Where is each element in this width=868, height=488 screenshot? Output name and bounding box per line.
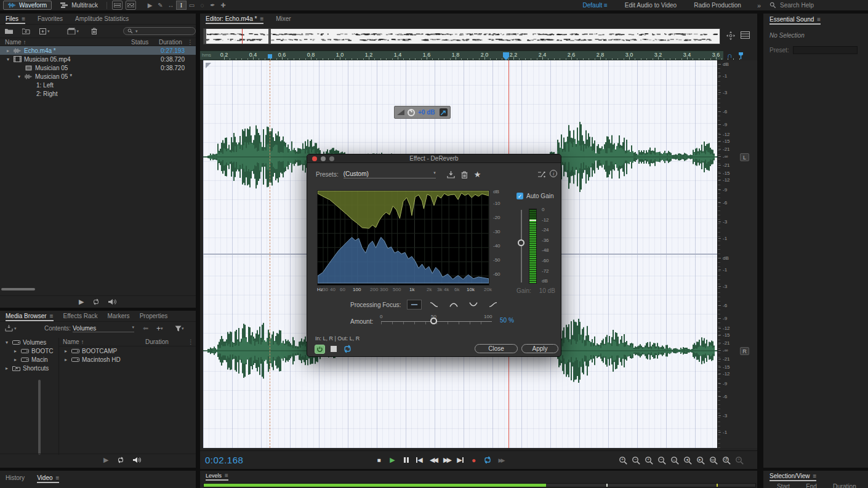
paintbrush-tool-icon[interactable]: ✒	[207, 1, 218, 10]
expand-chevron-icon[interactable]: ▸	[62, 348, 70, 354]
tab-editor[interactable]: Editor: Echo.m4a *≡	[206, 15, 263, 22]
media-filter-icon[interactable]: ▾	[175, 326, 184, 332]
marquee-selection-tool-icon[interactable]: ▭	[187, 1, 197, 10]
files-hscrollbar[interactable]	[1, 288, 35, 290]
amount-slider-knob[interactable]	[430, 318, 437, 324]
media-list-row[interactable]: ▸Macintosh HD	[59, 355, 196, 364]
save-preset-icon[interactable]	[447, 171, 455, 178]
go-to-end-button[interactable]: ▶	[454, 455, 467, 465]
dereverb-dialog[interactable]: Effect - DeReverb Presets: (Custom)▾ ★ i…	[307, 154, 561, 357]
loop-playback-button[interactable]	[481, 455, 494, 465]
overview-navigate-icon[interactable]	[726, 31, 735, 40]
file-row[interactable]: ▾Musician 05 *	[0, 72, 196, 81]
multitrack-mode-button[interactable]: Multitrack	[57, 1, 102, 10]
expand-chevron-icon[interactable]: ▸	[2, 366, 11, 371]
effect-power-button[interactable]	[315, 345, 325, 354]
auto-gain-checkbox[interactable]: ✓	[516, 193, 523, 199]
workspace-menu-icon[interactable]: ≡	[604, 2, 608, 9]
dereverb-graph[interactable]	[317, 190, 489, 286]
zoom-in-button[interactable]: +	[619, 456, 628, 465]
expand-chevron-icon[interactable]: ▾	[4, 57, 12, 62]
zoom-window-traffic-light[interactable]	[329, 156, 334, 161]
apply-button[interactable]: Apply	[521, 344, 558, 353]
files-preview-loop-icon[interactable]	[92, 298, 100, 305]
skip-selection-button[interactable]: ▶▶	[494, 455, 507, 465]
overview-view-start-handle[interactable]	[204, 29, 206, 44]
focus-low-frequencies-button[interactable]	[427, 300, 441, 310]
tab-properties[interactable]: Properties	[140, 313, 168, 319]
close-window-traffic-light[interactable]	[312, 156, 317, 161]
media-tree-item[interactable]: ▸Macin	[0, 355, 55, 364]
preview-loop-button[interactable]	[343, 345, 352, 353]
preset-field[interactable]	[793, 46, 858, 54]
focus-mid-frequencies-button[interactable]	[446, 300, 461, 310]
workspace-default-button[interactable]: Default ≡	[583, 2, 608, 9]
workspace-overflow-chevron[interactable]: »	[757, 2, 761, 9]
stop-button[interactable]: ■	[372, 455, 385, 465]
workspace-item-radio-production[interactable]: Radio Production	[694, 2, 741, 9]
open-file-icon[interactable]	[5, 28, 14, 34]
fast-forward-button[interactable]: ▶▶	[440, 455, 453, 465]
expand-chevron-icon[interactable]: ▾	[2, 340, 11, 345]
tab-mixer[interactable]: Mixer	[276, 15, 291, 22]
search-help-box[interactable]: Search Help	[770, 2, 868, 9]
file-row[interactable]: Musician 050:38.720	[0, 63, 196, 72]
overview-panel-icon[interactable]	[741, 31, 750, 39]
media-tree-item[interactable]: ▸Shortcuts	[0, 364, 55, 372]
column-status[interactable]: Status	[131, 39, 148, 46]
focus-high-frequencies-button[interactable]	[486, 300, 500, 310]
media-browser-menu-icon[interactable]: ≡	[50, 313, 54, 319]
record-button[interactable]: ●	[467, 455, 480, 465]
expand-chevron-icon[interactable]: ▸	[11, 357, 20, 362]
tab-essential-sound[interactable]: Essential Sound≡	[770, 16, 821, 23]
media-preview-loop-icon[interactable]	[117, 457, 124, 463]
video-panel-menu-icon[interactable]: ≡	[56, 474, 60, 481]
ruler-marker-pin-icon[interactable]	[736, 51, 745, 60]
hud-gain-value[interactable]: +0 dB	[418, 109, 435, 116]
spot-healing-tool-icon[interactable]: ✚	[218, 1, 228, 10]
razor-tool-icon[interactable]: ✎	[155, 1, 166, 10]
tab-markers[interactable]: Markers	[108, 313, 130, 319]
overview-view-end-handle[interactable]	[268, 29, 271, 44]
tab-effects-rack[interactable]: Effects Rack	[63, 313, 98, 319]
tab-media-browser[interactable]: Media Browser≡	[6, 313, 54, 319]
minimize-window-traffic-light[interactable]	[321, 156, 326, 161]
zoom-in-left-edge-button[interactable]: ◂	[683, 456, 693, 465]
side-chain-icon[interactable]	[537, 171, 545, 178]
move-tool-icon[interactable]: ▶︎	[145, 1, 155, 10]
media-preview-play-icon[interactable]: ▶	[103, 456, 108, 464]
tab-selection-view[interactable]: Selection/View≡	[770, 473, 816, 479]
tab-amplitude-statistics[interactable]: Amplitude Statistics	[75, 15, 129, 22]
editor-panel-menu-icon[interactable]: ≡	[260, 15, 263, 22]
ruler-loop-playback-icon[interactable]: ∩	[725, 51, 734, 60]
channel-badge[interactable]: R	[740, 347, 749, 355]
channel-badge[interactable]: L	[740, 153, 749, 161]
files-search-field[interactable]: ▾	[123, 27, 196, 35]
expand-chevron-icon[interactable]: ▾	[15, 74, 23, 79]
import-files-icon[interactable]	[22, 28, 31, 34]
new-item-icon[interactable]: ▾	[39, 28, 50, 34]
zoom-reset-button[interactable]: ↺	[722, 456, 731, 465]
zoom-selection-button[interactable]: ▭	[709, 456, 718, 465]
favorite-preset-icon[interactable]: ★	[474, 172, 481, 178]
amount-value[interactable]: 50 %	[500, 317, 514, 324]
tab-levels[interactable]: Levels≡	[206, 472, 228, 479]
focus-all-frequencies-button[interactable]	[407, 300, 422, 310]
media-tree-item[interactable]: ▾Volumes	[0, 338, 55, 346]
close-button[interactable]: Close	[475, 344, 518, 353]
zoom-out-button[interactable]: −	[632, 456, 641, 465]
tab-files[interactable]: Files≡	[6, 15, 25, 22]
essential-sound-menu-icon[interactable]: ≡	[817, 16, 821, 23]
expand-chevron-icon[interactable]: ▸	[11, 348, 20, 354]
media-column-duration[interactable]: Duration	[145, 338, 169, 345]
lasso-selection-tool-icon[interactable]: ◌	[197, 1, 207, 10]
file-row[interactable]: 1: Left	[0, 81, 196, 89]
files-preview-play-icon[interactable]: ▶	[79, 298, 84, 306]
gain-slider-knob[interactable]	[518, 239, 524, 246]
delete-preset-icon[interactable]	[461, 171, 468, 178]
preview-stop-button[interactable]	[331, 346, 337, 352]
rewind-button[interactable]: ◀◀	[427, 455, 440, 465]
hud-settings-button[interactable]	[440, 108, 448, 116]
gain-slider[interactable]	[521, 210, 522, 282]
media-list-row[interactable]: ▸BOOTCAMP	[59, 346, 196, 355]
